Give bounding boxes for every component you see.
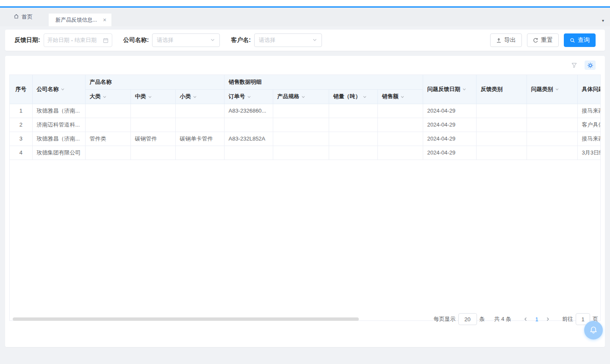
notification-bell-button[interactable] [584, 321, 603, 339]
company-name-label: 公司名称: [123, 36, 149, 44]
cell-cat-small [175, 146, 224, 160]
table-toolbar [5, 56, 605, 74]
cell-feedback-type [476, 132, 527, 146]
col-header-no: 序号 [10, 75, 32, 104]
col-header-volume[interactable]: 销量（吨） [329, 89, 377, 104]
cell-question-detail: 客户具体... [577, 118, 601, 132]
upload-icon [496, 38, 502, 43]
date-range-separator: - [71, 37, 73, 44]
gear-icon[interactable] [585, 61, 596, 70]
col-header-question-type[interactable]: 问题类别 [527, 75, 577, 104]
refresh-icon [533, 38, 538, 43]
col-header-spec[interactable]: 产品规格 [273, 89, 329, 104]
funnel-icon[interactable] [569, 61, 579, 70]
tab-product-feedback[interactable]: 新产品反馈信息... × [49, 14, 111, 26]
cell-amount [377, 118, 423, 132]
data-table: 序号 公司名称 产品名称 销售数据明细 问题反馈日期 反馈类别 [10, 75, 601, 160]
cell-cat-big: 管件类 [85, 132, 130, 146]
cell-spec [273, 104, 329, 118]
tab-bar: 首页 新产品反馈信息... × ▾ [0, 8, 610, 26]
col-header-cat-small[interactable]: 小类 [175, 89, 224, 104]
tab-home[interactable]: 首页 [12, 8, 34, 26]
col-header-amount[interactable]: 销售额 [377, 89, 423, 104]
cell-volume [329, 146, 377, 160]
sort-caret-icon[interactable] [61, 86, 65, 93]
cell-company: 玫德雅昌（济南... [32, 132, 85, 146]
cell-question-type [527, 132, 577, 146]
cell-feedback-date: 2024-04-29 [423, 146, 476, 160]
reset-button-label: 重置 [541, 36, 553, 44]
goto-label: 前往 [562, 315, 573, 323]
cell-question-detail: 3月3日给... [577, 146, 601, 160]
query-button-label: 查询 [578, 36, 590, 44]
sort-caret-icon[interactable] [103, 94, 107, 100]
sort-caret-icon[interactable] [555, 86, 559, 93]
cell-question-type [527, 104, 577, 118]
per-page-input[interactable] [458, 313, 477, 325]
col-header-feedback-type: 反馈类别 [476, 75, 527, 104]
sort-caret-icon[interactable] [193, 94, 197, 100]
col-header-cat-mid[interactable]: 中类 [130, 89, 175, 104]
cell-volume [329, 104, 377, 118]
customer-name-label: 客户名: [231, 36, 251, 44]
col-header-feedback-date[interactable]: 问题反馈日期 [423, 75, 476, 104]
result-panel: 序号 公司名称 产品名称 销售数据明细 问题反馈日期 反馈类别 [5, 56, 605, 347]
cell-company: 玫德雅昌（济南... [32, 104, 85, 118]
sort-caret-icon[interactable] [301, 94, 305, 100]
page-number-current[interactable]: 1 [531, 316, 543, 323]
sort-caret-icon[interactable] [148, 94, 152, 100]
cell-amount [377, 146, 423, 160]
filter-actions: 导出 重置 查询 [490, 33, 596, 47]
cell-cat-small [175, 104, 224, 118]
chevron-left-icon[interactable] [521, 313, 531, 325]
cell-feedback-date: 2024-04-29 [423, 118, 476, 132]
cell-no: 4 [10, 146, 32, 160]
tab-home-label: 首页 [22, 13, 33, 21]
cell-amount [377, 132, 423, 146]
table-header: 序号 公司名称 产品名称 销售数据明细 问题反馈日期 反馈类别 [10, 75, 601, 104]
reset-button[interactable]: 重置 [527, 33, 559, 47]
cell-feedback-type [476, 118, 527, 132]
cell-volume [329, 118, 377, 132]
company-select[interactable]: 请选择 [152, 33, 220, 47]
sort-caret-icon[interactable] [247, 94, 251, 100]
customer-select[interactable]: 请选择 [254, 33, 322, 47]
cell-spec [273, 146, 329, 160]
cell-no: 3 [10, 132, 32, 146]
table-row[interactable]: 3 玫德雅昌（济南... 管件类 碳钢管件 碳钢单卡管件 A83-232L852… [10, 132, 601, 146]
cell-spec [273, 118, 329, 132]
tab-active-label: 新产品反馈信息... [55, 17, 97, 24]
cell-amount [377, 104, 423, 118]
feedback-date-range-input[interactable]: 开始日期 - 结束日期 [44, 33, 112, 47]
cell-spec [273, 132, 329, 146]
col-header-cat-big[interactable]: 大类 [85, 89, 130, 104]
cell-question-detail: 接马来西... [577, 132, 601, 146]
table-body: 1 玫德雅昌（济南... A83-2326860... 2024-04-29 接… [10, 104, 601, 160]
export-button[interactable]: 导出 [490, 33, 522, 47]
filter-bar: 反馈日期: 开始日期 - 结束日期 公司名称: 请选择 客户名: 请选择 [5, 30, 605, 51]
pagination: 每页显示 条 共 4 条 1 前往 页 [434, 313, 598, 325]
sort-caret-icon[interactable] [363, 94, 367, 100]
chevron-right-icon[interactable] [543, 313, 553, 325]
table-row[interactable]: 4 玫德集团有限公司 2024-04-29 3月3日给... [10, 146, 601, 160]
page-content: 反馈日期: 开始日期 - 结束日期 公司名称: 请选择 客户名: 请选择 [0, 26, 610, 347]
cell-cat-small [175, 118, 224, 132]
table-row[interactable]: 1 玫德雅昌（济南... A83-2326860... 2024-04-29 接… [10, 104, 601, 118]
close-icon[interactable]: × [103, 17, 106, 23]
table-row[interactable]: 2 济南迈科管道科... 2024-04-29 客户具体... [10, 118, 601, 132]
horizontal-scrollbar-thumb[interactable] [13, 317, 359, 321]
sort-caret-icon[interactable] [400, 94, 405, 100]
cell-no: 2 [10, 118, 32, 132]
sort-caret-icon[interactable] [462, 86, 466, 93]
tab-list-dropdown-icon[interactable]: ▾ [602, 18, 604, 23]
per-page-unit: 条 [480, 315, 485, 323]
cell-order-no [224, 146, 273, 160]
col-header-order-no[interactable]: 订单号 [224, 89, 273, 104]
query-button[interactable]: 查询 [564, 33, 596, 47]
cell-cat-big [85, 104, 130, 118]
cell-feedback-type [476, 146, 527, 160]
cell-order-no [224, 118, 273, 132]
col-header-company[interactable]: 公司名称 [32, 75, 85, 104]
cell-question-detail: 接马来西... [577, 104, 601, 118]
per-page-label: 每页显示 [434, 315, 456, 323]
